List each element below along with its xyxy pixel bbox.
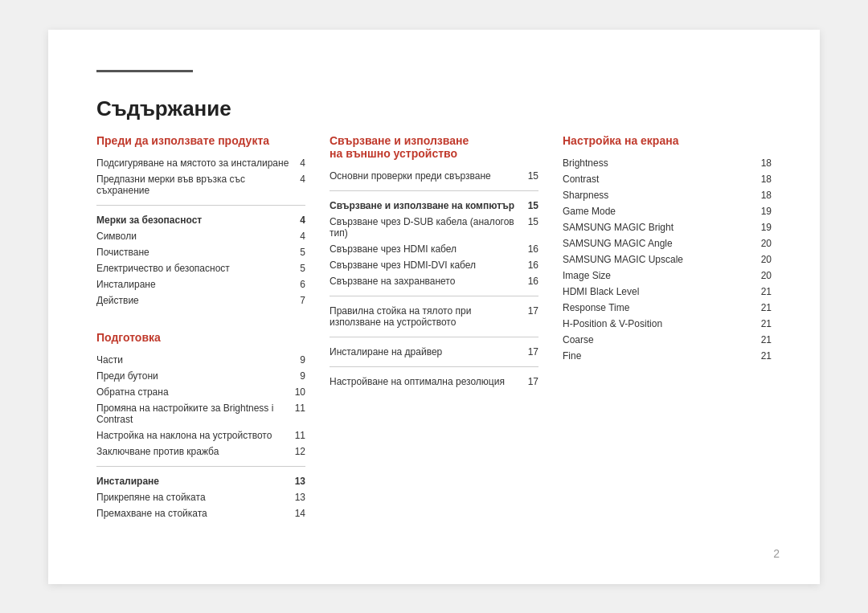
toc-label: Инсталиране <box>96 476 295 487</box>
toc-label: Настройка на наклона на устройството <box>96 430 295 441</box>
toc-item: Правилна стойка на тялото при използване… <box>330 303 538 330</box>
toc-label: Обратна страна <box>96 386 295 398</box>
toc-item: Brightness18 <box>563 155 772 171</box>
toc-page-number: 20 <box>761 254 772 265</box>
toc-page-number: 19 <box>761 206 772 217</box>
section-0: Настройка на екранаBrightness18Contrast1… <box>563 134 772 364</box>
toc-label: Инсталиране <box>96 279 300 290</box>
toc-item: Инсталиране6 <box>96 276 305 292</box>
toc-item: Свързване и използване на компютър15 <box>330 198 538 214</box>
toc-label: Свързване чрез HDMI кабел <box>330 243 528 255</box>
toc-page-number: 20 <box>761 238 772 249</box>
toc-page-number: 16 <box>528 276 538 287</box>
separator-0-11 <box>330 366 538 367</box>
toc-page-number: 21 <box>761 302 772 313</box>
toc-page-number: 15 <box>528 200 538 211</box>
page: Съдържание Преди да използвате продуктаП… <box>48 30 820 584</box>
page-title: Съдържание <box>96 96 772 129</box>
toc-item: Прикрепяне на стойката13 <box>96 489 305 505</box>
toc-item: Инсталиране на драйвер17 <box>330 344 538 360</box>
toc-item: Промяна на настройките за Brightness i C… <box>96 400 305 427</box>
toc-page-number: 20 <box>761 270 772 281</box>
toc-label: SAMSUNG MAGIC Upscale <box>563 254 761 265</box>
toc-label: Свързване чрез HDMI-DVI кабел <box>330 260 528 271</box>
toc-item: Свързване на захранването16 <box>330 273 538 289</box>
toc-page-number: 11 <box>295 430 305 441</box>
toc-label: Действие <box>96 295 300 306</box>
section-heading-0: Преди да използвате продукта <box>96 134 305 147</box>
toc-label: Contrast <box>563 174 761 185</box>
toc-page-number: 17 <box>528 376 538 387</box>
toc-page-number: 4 <box>300 231 305 242</box>
toc-label: SAMSUNG MAGIC Angle <box>563 238 761 249</box>
toc-page-number: 17 <box>528 305 538 317</box>
toc-page-number: 16 <box>528 243 538 255</box>
separator-1-6 <box>96 466 305 467</box>
toc-label: Настройване на оптимална резолюция <box>330 376 528 387</box>
toc-item: Настройване на оптимална резолюция17 <box>330 374 538 390</box>
toc-label: Правилна стойка на тялото при използване… <box>330 305 528 328</box>
toc-label: Мерки за безопасност <box>96 215 300 226</box>
toc-label: Заключване против кражба <box>96 446 295 457</box>
toc-label: Response Time <box>563 302 761 313</box>
toc-label: Свързване на захранването <box>330 276 528 287</box>
toc-label: H-Position & V-Position <box>563 318 761 329</box>
section-0: Свързване и използванена външно устройст… <box>330 134 538 390</box>
toc-page-number: 5 <box>300 247 305 258</box>
toc-page-number: 9 <box>300 354 305 366</box>
toc-page-number: 21 <box>761 318 772 329</box>
toc-item: Мерки за безопасност4 <box>96 212 305 228</box>
toc-page-number: 11 <box>295 403 305 414</box>
toc-label: SAMSUNG MAGIC Bright <box>563 222 761 233</box>
toc-label: Свързване и използване на компютър <box>330 200 528 211</box>
toc-page-number: 17 <box>528 346 538 358</box>
toc-page-number: 18 <box>761 190 772 201</box>
col-2: Свързване и използванена външно устройст… <box>330 134 563 544</box>
col-3: Настройка на екранаBrightness18Contrast1… <box>563 134 772 544</box>
toc-label: Прикрепяне на стойката <box>96 492 295 503</box>
toc-item: Свързване чрез HDMI-DVI кабел16 <box>330 257 538 273</box>
toc-item: Sharpness18 <box>563 187 772 203</box>
toc-label: Премахване на стойката <box>96 508 295 519</box>
toc-label: Coarse <box>563 334 761 345</box>
toc-label: Основни проверки преди свързване <box>330 170 528 182</box>
toc-label: Image Size <box>563 270 761 281</box>
toc-page-number: 19 <box>761 222 772 233</box>
toc-item: Fine21 <box>563 348 772 364</box>
toc-item: Действие7 <box>96 292 305 309</box>
toc-item: Подсигуряване на мястото за инсталиране4 <box>96 155 305 171</box>
separator-0-7 <box>330 296 538 296</box>
toc-item: Почистване5 <box>96 244 305 260</box>
toc-item: Заключване против кражба12 <box>96 443 305 460</box>
toc-item: Coarse21 <box>563 332 772 348</box>
toc-page-number: 13 <box>295 476 305 487</box>
toc-page-number: 13 <box>295 492 305 503</box>
toc-page-number: 4 <box>300 215 305 226</box>
separator-0-9 <box>330 337 538 337</box>
page-number: 2 <box>773 547 780 560</box>
separator-0-1 <box>330 190 538 191</box>
title-underline <box>96 70 193 72</box>
toc-item: Инсталиране13 <box>96 473 305 489</box>
toc-page-number: 18 <box>761 174 772 185</box>
toc-item: Електричество и безопасност5 <box>96 260 305 276</box>
toc-label: Предпазни мерки във връзка със съхранени… <box>96 174 300 196</box>
toc-label: Електричество и безопасност <box>96 263 300 274</box>
toc-page-number: 5 <box>300 263 305 274</box>
toc-label: Промяна на настройките за Brightness i C… <box>96 403 295 425</box>
toc-label: Почистване <box>96 247 300 258</box>
toc-page-number: 7 <box>300 295 305 306</box>
toc-page-number: 15 <box>528 170 538 182</box>
toc-item: Image Size20 <box>563 268 772 284</box>
toc-label: Sharpness <box>563 190 761 201</box>
toc-item: Части9 <box>96 352 305 368</box>
toc-columns: Преди да използвате продуктаПодсигуряван… <box>96 134 772 544</box>
toc-item: Преди бутони9 <box>96 368 305 384</box>
toc-page-number: 9 <box>300 370 305 382</box>
section-heading-1: Подготовка <box>96 331 305 344</box>
toc-page-number: 14 <box>295 508 305 519</box>
toc-page-number: 4 <box>300 157 305 169</box>
toc-item: Предпазни мерки във връзка със съхранени… <box>96 171 305 198</box>
toc-item: HDMI Black Level21 <box>563 284 772 300</box>
toc-item: Response Time21 <box>563 300 772 316</box>
